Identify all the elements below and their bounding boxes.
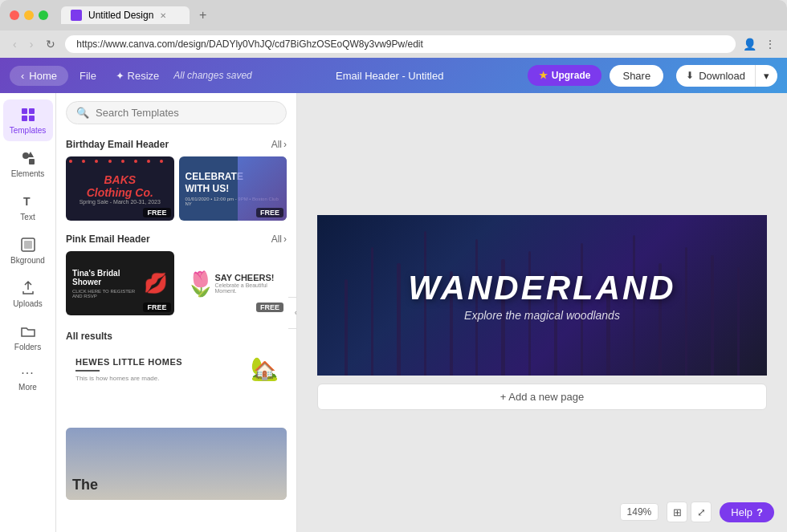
upgrade-label: Upgrade (552, 70, 591, 81)
sidebar-item-background[interactable]: Bkground (3, 229, 53, 271)
cheers-text-area: SAY CHEERS! Celebrate a Beautiful Moment… (215, 273, 281, 294)
download-button[interactable]: ⬇ Download (676, 65, 756, 87)
svg-rect-3 (29, 116, 35, 121)
document-title: Email Header - Untitled (255, 70, 524, 82)
svg-rect-5 (29, 159, 35, 164)
download-arrow-button[interactable]: ▾ (756, 65, 777, 87)
search-area: 🔍 (56, 93, 296, 132)
birthday-all-chevron: › (283, 139, 287, 150)
svg-rect-9 (24, 241, 32, 249)
all-results-title: All results (66, 331, 112, 342)
browser-nav: ‹ › ↻ 👤 ⋮ (0, 30, 787, 58)
back-button[interactable]: ‹ (10, 36, 20, 52)
download-label: Download (699, 70, 745, 82)
svg-rect-2 (22, 116, 27, 121)
sidebar-item-more[interactable]: ··· More (3, 359, 53, 398)
add-page-button[interactable]: + Add a new page (317, 384, 767, 410)
templates-label: Templates (10, 126, 47, 135)
url-bar[interactable] (65, 35, 736, 53)
dot-1 (69, 160, 72, 163)
template-card-celebrate[interactable]: CELEBRATEWITH US! 01/01/2020 • 12:00 pm … (179, 156, 287, 221)
sidebar-icons: Templates Elements T Text (0, 93, 56, 532)
minimize-dot[interactable] (24, 10, 34, 20)
baks-dots-decoration (69, 160, 171, 163)
saved-status: All changes saved (173, 70, 251, 81)
canvas-main-title: WANDERLAND (408, 269, 675, 307)
pink-all-chevron: › (283, 234, 287, 245)
sidebar-item-uploads[interactable]: Uploads (3, 273, 53, 315)
forward-button[interactable]: › (27, 36, 37, 52)
celebrate-free-badge: FREE (256, 208, 283, 217)
home-button[interactable]: ‹ Home (10, 66, 68, 86)
expand-view-icon[interactable]: ⤢ (691, 502, 712, 522)
svg-point-4 (22, 152, 29, 159)
cheers-title: SAY CHEERS! (215, 273, 281, 282)
profile-icon[interactable]: 👤 (742, 37, 756, 51)
canvas-wrapper: ⧉ ⎘ (317, 215, 767, 376)
pink-all-label: All (271, 234, 282, 245)
pink-section-title: Pink Email Header (66, 234, 150, 245)
tree-3 (397, 263, 401, 376)
share-button[interactable]: Share (610, 65, 663, 87)
panel-collapse-handle[interactable]: ‹ (288, 297, 297, 329)
zoom-percentage[interactable]: 149% (620, 503, 659, 521)
tree-6 (475, 239, 478, 376)
elements-icon (19, 149, 37, 167)
elements-label: Elements (11, 169, 45, 178)
file-button[interactable]: File (71, 66, 104, 86)
menu-icon[interactable]: ⋮ (763, 37, 777, 51)
template-card-baks[interactable]: BAKSClothing Co. Spring Sale - March 20-… (66, 156, 174, 221)
template-card-hewes[interactable]: HEWES LITTLE HOMES This is how homes are… (66, 349, 287, 421)
tree-1 (345, 279, 348, 376)
birthday-all-label: All (271, 139, 282, 150)
wanderland-banner[interactable]: WANDERLAND Explore the magical woodlands (317, 215, 767, 376)
help-question-icon: ? (756, 506, 763, 518)
template-card-mountain[interactable]: The (66, 428, 287, 500)
grid-view-icon[interactable]: ⊞ (667, 502, 687, 522)
cheers-subtitle: Celebrate a Beautiful Moment. (215, 282, 281, 294)
browser-window: Untitled Design ✕ + ‹ › ↻ 👤 ⋮ (0, 0, 787, 58)
search-input[interactable] (96, 107, 276, 119)
sidebar-item-folders[interactable]: Folders (3, 316, 53, 358)
tree-15 (711, 255, 714, 376)
tab-close-icon[interactable]: ✕ (160, 11, 166, 20)
upgrade-button[interactable]: ★ Upgrade (528, 65, 602, 86)
templates-icon (19, 106, 37, 124)
svg-rect-1 (29, 108, 35, 114)
search-icon: 🔍 (76, 107, 89, 119)
baks-title: BAKSClothing Co. (87, 173, 153, 199)
sidebar-item-templates[interactable]: Templates (3, 99, 53, 141)
more-icon: ··· (21, 366, 34, 380)
browser-dots (10, 10, 48, 20)
pink-all-link[interactable]: All › (271, 234, 287, 245)
browser-tab-active[interactable]: Untitled Design ✕ (61, 6, 190, 24)
folders-label: Folders (14, 343, 41, 351)
baks-free-badge: FREE (143, 208, 170, 217)
reload-button[interactable]: ↻ (43, 36, 59, 52)
sidebar-item-text[interactable]: T Text (3, 186, 53, 228)
template-card-bridal[interactable]: Tina's BridalShower CLICK HERE TO REGIST… (66, 251, 174, 315)
birthday-templates-grid: BAKSClothing Co. Spring Sale - March 20-… (56, 153, 296, 227)
bridal-text-area: Tina's BridalShower CLICK HERE TO REGIST… (72, 269, 139, 298)
dot-4 (108, 160, 112, 163)
pink-templates-grid: Tina's BridalShower CLICK HERE TO REGIST… (56, 248, 296, 322)
birthday-all-link[interactable]: All › (271, 139, 287, 150)
maximize-dot[interactable] (39, 10, 48, 20)
sidebar-item-elements[interactable]: Elements (3, 143, 53, 185)
help-label: Help (731, 506, 752, 518)
help-button[interactable]: Help ? (720, 502, 774, 522)
download-group: ⬇ Download ▾ (671, 65, 777, 87)
new-tab-button[interactable]: + (194, 6, 211, 24)
hewes-preview: HEWES LITTLE HOMES This is how homes are… (66, 349, 287, 421)
search-box[interactable]: 🔍 (66, 101, 287, 124)
canvas-subtitle: Explore the magical woodlands (464, 309, 620, 322)
resize-button[interactable]: ✦ Resize (108, 66, 167, 86)
tab-title: Untitled Design (88, 10, 153, 21)
mountain-bg (66, 428, 287, 500)
view-icons-group: ⊞ ⤢ (667, 502, 712, 522)
templates-panel: 🔍 Birthday Email Header All › (56, 93, 297, 532)
close-dot[interactable] (10, 10, 19, 20)
app: ‹ Home File ✦ Resize All changes saved E… (0, 58, 787, 532)
template-card-cheers[interactable]: 🌷 SAY CHEERS! Celebrate a Beautiful Mome… (179, 251, 287, 315)
bridal-subtitle: CLICK HERE TO REGISTER AND RSVP (72, 289, 139, 298)
